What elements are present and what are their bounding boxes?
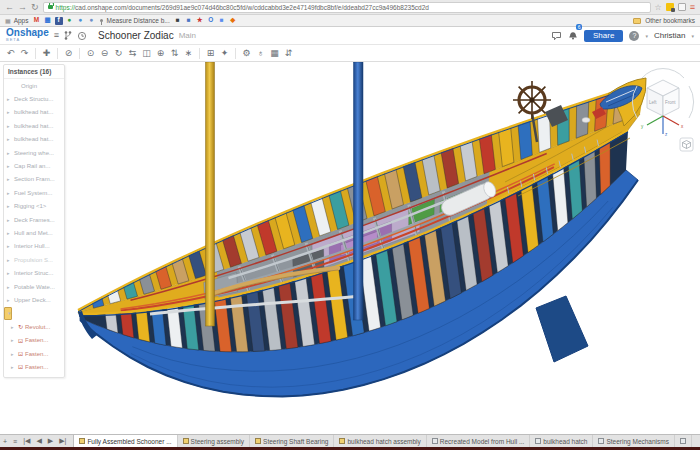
pattern-icon[interactable]: ⚙: [240, 49, 253, 58]
instance-item[interactable]: ▸bulkhead hat...: [4, 106, 64, 119]
reload-icon[interactable]: ↻: [31, 3, 39, 12]
view-cube[interactable]: Left Front x y z: [630, 66, 696, 154]
apps-label[interactable]: Apps: [14, 17, 29, 24]
add-tab-button[interactable]: +: [0, 435, 10, 447]
schooner-3d-model[interactable]: [0, 62, 700, 434]
extension-icon[interactable]: [666, 3, 674, 11]
revolute-mate-icon[interactable]: ↻: [112, 49, 125, 58]
other-bookmarks[interactable]: Other bookmarks: [645, 17, 695, 24]
onshape-logo[interactable]: OnshapeBETA: [6, 29, 49, 43]
slider-mate-icon[interactable]: ⇆: [126, 49, 139, 58]
instance-item[interactable]: ▸Hull and Met...: [4, 226, 64, 239]
named-views-icon[interactable]: ♁: [254, 49, 267, 58]
instance-item[interactable]: ▸Upper Deck...: [4, 293, 64, 306]
comment-icon[interactable]: [551, 31, 562, 41]
forward-icon[interactable]: →: [18, 3, 27, 12]
prev-tab-icon[interactable]: ◀: [33, 435, 44, 447]
instance-item[interactable]: ▸⊡Fasten...: [4, 347, 64, 360]
mate-connector-icon[interactable]: ✦: [218, 49, 231, 58]
workspace-name[interactable]: Main: [179, 31, 196, 40]
green-app-favicon[interactable]: ●: [66, 17, 74, 25]
instance-item[interactable]: ▸Deck Frames...: [4, 213, 64, 226]
group-icon[interactable]: ⊞: [204, 49, 217, 58]
instance-item[interactable]: ▸Interior Struc...: [4, 266, 64, 279]
exploded-view-icon[interactable]: ⇵: [282, 49, 295, 58]
help-icon[interactable]: ?: [629, 31, 639, 41]
first-tab-icon[interactable]: |◀: [20, 435, 33, 447]
instance-item[interactable]: ▸Propulsion S...: [4, 253, 64, 266]
tab-steering-mechanisms[interactable]: Steering Mechanisms: [593, 435, 675, 447]
instance-item[interactable]: ▸Rigging <1>: [4, 200, 64, 213]
blue-app-favicon[interactable]: ■: [218, 17, 226, 25]
chrome-menu-icon[interactable]: ≡: [690, 2, 695, 12]
address-bar[interactable]: https://cad.onshape.com/documents/269d91…: [43, 2, 651, 13]
share-button[interactable]: Share: [584, 30, 623, 42]
suppress-icon[interactable]: ⊘: [62, 49, 75, 58]
photo-app-favicon[interactable]: ■: [185, 17, 193, 25]
tab-steering-assembly[interactable]: Steering assembly: [178, 435, 250, 447]
main-menu-icon[interactable]: ≡: [54, 31, 59, 40]
tab-recreated-model-from-hull[interactable]: Recreated Model from Hull ...: [427, 435, 531, 447]
user-menu[interactable]: Christian: [654, 31, 686, 40]
history-clock-icon[interactable]: [77, 31, 87, 41]
notifications-bell-icon[interactable]: 6: [568, 27, 578, 45]
undo-icon[interactable]: ↶: [4, 49, 17, 58]
apps-grid-icon[interactable]: ▦: [5, 17, 10, 24]
viewcube-left-face[interactable]: Left: [649, 100, 657, 105]
graphics-area[interactable]: Instances (16) Origin▸Deck Structu...▸bu…: [0, 62, 700, 434]
diamond-app-favicon[interactable]: ◆: [229, 17, 237, 25]
appearance-icon[interactable]: ▦: [268, 49, 281, 58]
isometric-view-icon[interactable]: [680, 138, 693, 151]
instance-item[interactable]: ▸Fuel System...: [4, 186, 64, 199]
circle-app-favicon[interactable]: O: [207, 17, 215, 25]
tab-fully-assembled-schooner[interactable]: Fully Assembled Schooner ...: [73, 435, 177, 447]
instance-item[interactable]: ▸⊡Fasten...: [4, 360, 64, 373]
tab-partial[interactable]: [675, 435, 692, 447]
instance-item[interactable]: ▸↻Revolut...: [4, 320, 64, 333]
dark-app-favicon[interactable]: ■: [174, 17, 182, 25]
last-tab-icon[interactable]: ▶|: [56, 435, 69, 447]
next-tab-icon[interactable]: ▶: [45, 435, 56, 447]
ball-mate-icon[interactable]: ∗: [182, 49, 195, 58]
pinned-bookmark[interactable]: Measure Distance b...: [107, 17, 170, 24]
instance-item[interactable]: ▸bulkhead hat...: [4, 119, 64, 132]
tab-steering-shaft-bearing[interactable]: Steering Shaft Bearing: [250, 435, 334, 447]
star-app-favicon[interactable]: ★: [196, 17, 204, 25]
instance-item[interactable]: ▸Interior Hull...: [4, 240, 64, 253]
instance-item[interactable]: ▸Cap Rail an...: [4, 159, 64, 172]
instance-item[interactable]: ▸Potable Wate...: [4, 280, 64, 293]
chat-favicon[interactable]: ●: [77, 17, 85, 25]
chevron-right-icon: ▸: [7, 150, 12, 156]
fastened-mate-icon[interactable]: ⊖: [98, 49, 111, 58]
tab-list-icon[interactable]: ≡: [10, 435, 20, 447]
instance-item[interactable]: ▸⊡Fasten...: [4, 333, 64, 346]
redo-icon[interactable]: ↷: [18, 49, 31, 58]
document-title[interactable]: Schooner Zodiac: [98, 30, 174, 41]
instance-item[interactable]: ▸Steering whe...: [4, 146, 64, 159]
globe-favicon[interactable]: ●: [88, 17, 96, 25]
instance-item[interactable]: ▸Deck Structu...: [4, 92, 64, 105]
cylindrical-mate-icon[interactable]: ⊕: [154, 49, 167, 58]
tab-switcher-icon[interactable]: [678, 3, 686, 11]
grid-favicon[interactable]: ▦: [44, 17, 52, 25]
versions-branch-icon[interactable]: [64, 30, 72, 41]
planar-mate-icon[interactable]: ◫: [140, 49, 153, 58]
gmail-favicon[interactable]: M: [33, 17, 41, 25]
instance-item[interactable]: Origin: [4, 79, 64, 92]
insert-icon[interactable]: ✚: [40, 49, 53, 58]
chevron-right-icon: ▸: [11, 337, 16, 343]
pin-slot-mate-icon[interactable]: ⇅: [168, 49, 181, 58]
facebook-favicon[interactable]: f: [55, 17, 63, 25]
back-icon[interactable]: ←: [5, 3, 14, 12]
tab-bulkhead-hatch[interactable]: bulkhead hatch: [530, 435, 593, 447]
mate-icon[interactable]: ⊙: [84, 49, 97, 58]
instance-item[interactable]: ▸Section Fram...: [4, 173, 64, 186]
bookmark-star-icon[interactable]: ☆: [655, 3, 662, 12]
toolbar-separator: [199, 48, 200, 59]
viewcube-front-face[interactable]: Front: [665, 100, 676, 105]
chevron-right-icon: ▸: [7, 96, 12, 102]
instance-item[interactable]: ▸bulkhead hat...: [4, 133, 64, 146]
instance-item[interactable]: ▾Mate Feature...: [4, 307, 12, 320]
tab-bulkhead-hatch-assembly[interactable]: bulkhead hatch assembly: [334, 435, 426, 447]
chevron-right-icon: ▸: [7, 176, 12, 182]
